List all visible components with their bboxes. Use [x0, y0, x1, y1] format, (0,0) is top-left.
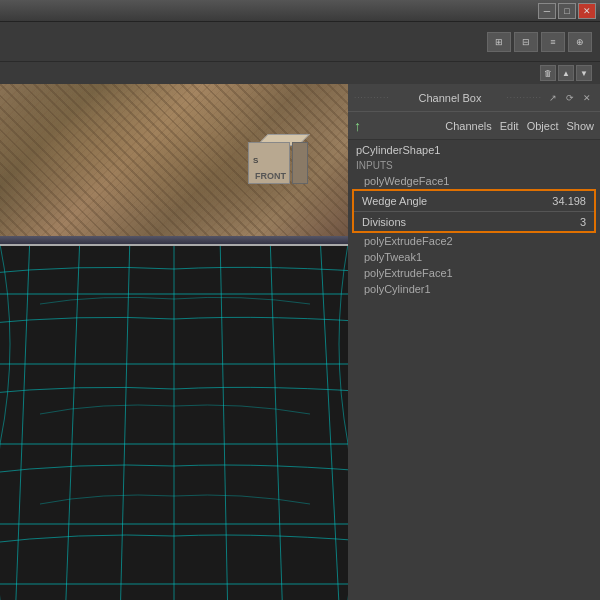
dots-right: ··········· [507, 93, 542, 102]
menu-show[interactable]: Show [566, 120, 594, 132]
viewport-wireframe [0, 244, 348, 600]
node-extrudeface2[interactable]: polyExtrudeFace2 [348, 233, 600, 249]
green-arrow-icon: ↑ [354, 118, 361, 134]
close-button[interactable]: ✕ [578, 3, 596, 19]
scroll-down-icon[interactable]: ▼ [576, 65, 592, 81]
3d-cube: FRONT S [248, 134, 308, 189]
toolbar-icon-group: ⊞ ⊟ ≡ ⊕ [487, 32, 592, 52]
maximize-button[interactable]: □ [558, 3, 576, 19]
menu-edit[interactable]: Edit [500, 120, 519, 132]
menu-object[interactable]: Object [527, 120, 559, 132]
divisions-row: Divisions 3 [354, 211, 594, 231]
toolbar-icon-2[interactable]: ⊟ [514, 32, 538, 52]
node-cylinder1[interactable]: polyCylinder1 [348, 281, 600, 297]
node-name[interactable]: pCylinderShape1 [348, 142, 600, 158]
wedge-angle-value[interactable]: 34.198 [550, 195, 590, 207]
ground-line [0, 236, 348, 244]
refresh-icon[interactable]: ⟳ [563, 91, 577, 105]
menu-channels[interactable]: Channels [445, 120, 491, 132]
main-toolbar: ⊞ ⊟ ≡ ⊕ [0, 22, 600, 62]
title-bar: ─ □ ✕ [0, 0, 600, 22]
arrow-icon[interactable]: ↗ [546, 91, 560, 105]
node-tweak1[interactable]: polyTweak1 [348, 249, 600, 265]
cube-face-right [292, 142, 308, 184]
node-wedgeface1[interactable]: polyWedgeFace1 [348, 173, 600, 189]
toolbar-icon-3[interactable]: ≡ [541, 32, 565, 52]
highlighted-attributes-section: Wedge Angle 34.198 Divisions 3 [352, 189, 596, 233]
trash-icon[interactable]: 🗑 [540, 65, 556, 81]
wedge-angle-label: Wedge Angle [358, 195, 550, 207]
header-icons: ↗ ⟳ ✕ [546, 91, 594, 105]
secondary-toolbar: 🗑 ▲ ▼ [0, 62, 600, 84]
node-extrudeface1[interactable]: polyExtrudeFace1 [348, 265, 600, 281]
cube-s-label: S [253, 156, 258, 165]
toolbar-icon-1[interactable]: ⊞ [487, 32, 511, 52]
dots-left: ··········· [354, 93, 389, 102]
channel-box-toolbar: ↑ Channels Edit Object Show [348, 112, 600, 140]
separator-line [0, 244, 348, 246]
wedge-angle-row: Wedge Angle 34.198 [354, 191, 594, 211]
toolbar-icon-4[interactable]: ⊕ [568, 32, 592, 52]
scroll-up-icon[interactable]: ▲ [558, 65, 574, 81]
cube-front-label: FRONT [255, 171, 286, 181]
wireframe-svg [0, 244, 348, 600]
divisions-label: Divisions [358, 216, 550, 228]
main-area: FRONT S [0, 84, 600, 600]
channel-box-content: pCylinderShape1 INPUTS polyWedgeFace1 We… [348, 140, 600, 600]
channel-box-header: ··········· Channel Box ··········· ↗ ⟳ … [348, 84, 600, 112]
channel-box-title: Channel Box [393, 92, 506, 104]
right-panel: ··········· Channel Box ··········· ↗ ⟳ … [348, 84, 600, 600]
viewport-top: FRONT S [0, 84, 348, 244]
minimize-button[interactable]: ─ [538, 3, 556, 19]
inputs-label: INPUTS [348, 158, 600, 173]
divisions-value[interactable]: 3 [550, 216, 590, 228]
close-panel-icon[interactable]: ✕ [580, 91, 594, 105]
viewport: FRONT S [0, 84, 348, 600]
